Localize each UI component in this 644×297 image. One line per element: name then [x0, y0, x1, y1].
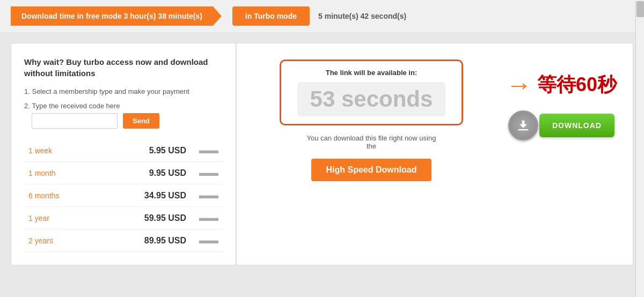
code-input-row: Send — [32, 113, 223, 129]
right-panel: The link will be available in: 53 second… — [236, 43, 633, 265]
pricing-row[interactable]: 2 years 89.95 USD ▬▬ — [24, 229, 223, 252]
pricing-card-icon: ▬▬ — [195, 162, 223, 184]
timer-box-label: The link will be available in: — [297, 69, 446, 77]
step2-label: 2. Type the received code here — [24, 102, 223, 110]
step-1: 1. Select a membership type and make you… — [24, 87, 223, 95]
pricing-card-icon: ▬▬ — [195, 207, 223, 229]
main-content: Why wait? Buy turbo access now and downl… — [11, 43, 633, 265]
pricing-card-icon: ▬▬ — [195, 229, 223, 252]
pricing-period: 1 year — [24, 207, 72, 229]
pricing-period: 1 month — [24, 162, 72, 184]
svg-rect-0 — [518, 129, 529, 130]
arrow-row: → 等待60秒 — [506, 70, 617, 100]
timer-subtext: You can download this file right now usi… — [302, 134, 441, 150]
pricing-price: 5.95 USD — [72, 139, 195, 162]
pricing-price: 89.95 USD — [72, 229, 195, 252]
download-icon-circle — [508, 110, 538, 140]
pricing-card-icon: ▬▬ — [195, 184, 223, 207]
pricing-period: 1 week — [24, 139, 72, 162]
pricing-period: 2 years — [24, 229, 72, 252]
free-mode-label: Download time in free mode 3 hour(s) 38 … — [11, 6, 222, 26]
pricing-row[interactable]: 1 week 5.95 USD ▬▬ — [24, 139, 223, 162]
annotation-section: → 等待60秒 DOWNLOAD — [506, 60, 617, 140]
pricing-price: 34.95 USD — [72, 184, 195, 207]
download-btn-container: DOWNLOAD — [508, 110, 614, 140]
annotation-text: 等待60秒 — [537, 72, 617, 98]
timer-box: The link will be available in: 53 second… — [280, 60, 464, 125]
timer-countdown: 53 seconds — [297, 82, 446, 116]
step1-text: Select a membership type and make your p… — [32, 87, 189, 95]
pricing-card-icon: ▬▬ — [195, 139, 223, 162]
pricing-price: 9.95 USD — [72, 162, 195, 184]
pricing-period: 6 months — [24, 184, 72, 207]
high-speed-download-button[interactable]: High Speed Download — [311, 159, 432, 181]
left-panel-heading: Why wait? Buy turbo access now and downl… — [24, 56, 223, 79]
pricing-row[interactable]: 6 months 34.95 USD ▬▬ — [24, 184, 223, 207]
download-arrow-icon — [516, 118, 531, 133]
turbo-time-label: 5 minute(s) 42 second(s) — [318, 12, 406, 20]
send-button[interactable]: Send — [123, 113, 159, 129]
top-banner: Download time in free mode 3 hour(s) 38 … — [0, 0, 644, 32]
arrow-right-icon: → — [506, 70, 532, 100]
code-input[interactable] — [32, 113, 118, 129]
pricing-row[interactable]: 1 month 9.95 USD ▬▬ — [24, 162, 223, 184]
left-panel: Why wait? Buy turbo access now and downl… — [11, 43, 236, 265]
timer-section: The link will be available in: 53 second… — [253, 60, 490, 181]
scrollbar[interactable] — [635, 0, 644, 276]
scrollbar-thumb[interactable] — [636, 1, 644, 17]
step1-label: 1. Select a membership type and make you… — [24, 87, 223, 95]
step2-text: Type the received code here — [32, 102, 120, 110]
pricing-table: 1 week 5.95 USD ▬▬ 1 month 9.95 USD ▬▬ 6… — [24, 139, 223, 252]
turbo-mode-button[interactable]: in Turbo mode — [232, 6, 310, 26]
pricing-price: 59.95 USD — [72, 207, 195, 229]
download-button[interactable]: DOWNLOAD — [539, 114, 614, 137]
step-2: 2. Type the received code here Send — [24, 102, 223, 129]
pricing-row[interactable]: 1 year 59.95 USD ▬▬ — [24, 207, 223, 229]
